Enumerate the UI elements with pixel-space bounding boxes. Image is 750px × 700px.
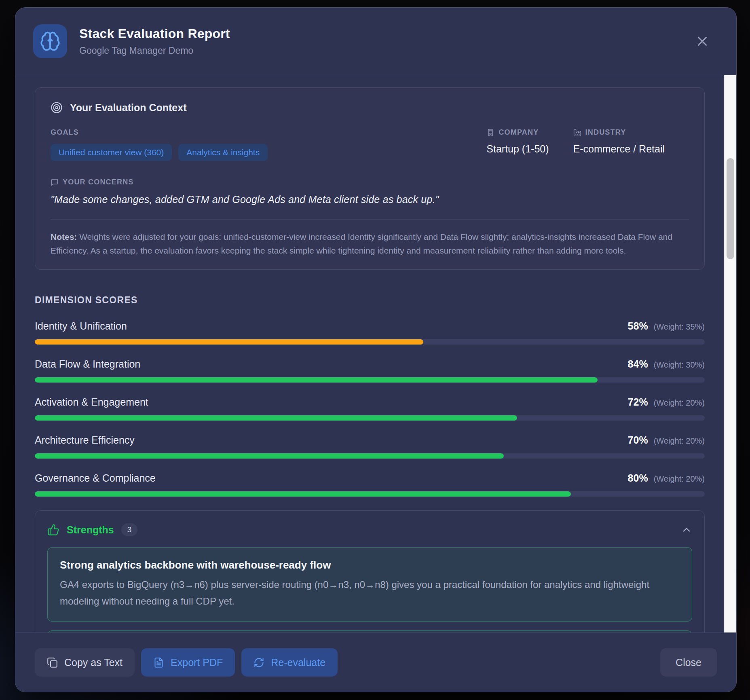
context-title: Your Evaluation Context xyxy=(70,102,186,114)
company-label: COMPANY xyxy=(486,128,549,137)
thumbs-up-icon xyxy=(47,524,59,536)
dimension-row: Governance & Compliance 80% (Weight: 20%… xyxy=(35,472,705,497)
dimension-label: Identity & Unification xyxy=(35,320,628,332)
company-block: COMPANY Startup (1-50) xyxy=(486,128,549,161)
score-bar-track xyxy=(35,453,705,459)
goal-pill: Analytics & insights xyxy=(178,144,268,161)
dimension-scores-heading: DIMENSION SCORES xyxy=(35,295,705,306)
dimension-score: 80% xyxy=(628,472,648,484)
scrollbar-track xyxy=(724,75,736,632)
score-bar-fill xyxy=(35,377,598,383)
chevron-up-icon[interactable] xyxy=(681,524,692,535)
dimension-weight: (Weight: 20%) xyxy=(654,436,705,446)
scrollbar-thumb[interactable] xyxy=(727,158,734,259)
dimension-weight: (Weight: 30%) xyxy=(654,360,705,370)
dimension-label: Activation & Engagement xyxy=(35,396,628,408)
dimension-row: Data Flow & Integration 84% (Weight: 30%… xyxy=(35,358,705,383)
context-notes: Notes: Weights were adjusted for your go… xyxy=(51,230,689,257)
message-square-icon xyxy=(51,178,59,186)
dimension-score: 72% xyxy=(628,396,648,408)
close-label: Close xyxy=(676,657,701,668)
dimension-weight: (Weight: 20%) xyxy=(654,474,705,484)
strengths-title: Strengths xyxy=(67,524,114,536)
re-evaluate-label: Re-evaluate xyxy=(271,657,325,668)
strength-card-partial xyxy=(47,630,692,632)
score-bar-fill xyxy=(35,491,571,497)
dimension-row: Identity & Unification 58% (Weight: 35%) xyxy=(35,320,705,345)
score-bar-fill xyxy=(35,415,517,421)
report-body: Your Evaluation Context GOALS Unified cu… xyxy=(15,75,736,632)
divider xyxy=(51,219,689,220)
header-titles: Stack Evaluation Report Google Tag Manag… xyxy=(79,26,693,56)
close-button[interactable]: Close xyxy=(660,648,717,677)
strength-body: GA4 exports to BigQuery (n3→n6) plus ser… xyxy=(60,576,680,610)
score-bar-track xyxy=(35,339,705,345)
score-bar-track xyxy=(35,377,705,383)
dimension-label: Data Flow & Integration xyxy=(35,358,628,370)
notes-body: Weights were adjusted for your goals: un… xyxy=(51,232,672,255)
concerns-label: YOUR CONCERNS xyxy=(51,178,689,186)
brain-icon xyxy=(33,24,67,58)
score-bar-track xyxy=(35,415,705,421)
goals-block: GOALS Unified customer view (360) Analyt… xyxy=(51,128,486,161)
copy-as-text-button[interactable]: Copy as Text xyxy=(35,648,135,677)
dimension-label: Governance & Compliance xyxy=(35,472,628,484)
building-icon xyxy=(486,129,494,137)
close-icon[interactable] xyxy=(693,32,712,51)
dimension-weight: (Weight: 20%) xyxy=(654,398,705,408)
score-bar-fill xyxy=(35,453,504,459)
refresh-icon xyxy=(254,657,264,668)
concerns-quote: "Made some changes, added GTM and Google… xyxy=(51,194,689,205)
strength-card: Strong analytics backbone with warehouse… xyxy=(47,547,692,622)
dimension-rows: Identity & Unification 58% (Weight: 35%)… xyxy=(35,320,705,497)
re-evaluate-button[interactable]: Re-evaluate xyxy=(241,648,338,677)
industry-block: INDUSTRY E-commerce / Retail xyxy=(573,128,665,161)
strengths-section: Strengths 3 Strong analytics backbone wi… xyxy=(35,510,705,632)
score-bar-fill xyxy=(35,339,423,345)
company-value: Startup (1-50) xyxy=(486,143,549,155)
goals-label: GOALS xyxy=(51,128,486,137)
target-icon xyxy=(51,102,63,114)
copy-icon xyxy=(47,657,58,668)
strengths-count-badge: 3 xyxy=(121,523,138,536)
dimension-score: 58% xyxy=(628,320,648,332)
notes-label: Notes: xyxy=(51,232,77,241)
dimension-score: 70% xyxy=(628,434,648,446)
modal-footer: Copy as Text Export PDF Re-evaluate Clos… xyxy=(15,632,736,692)
stack-evaluation-modal: Stack Evaluation Report Google Tag Manag… xyxy=(15,7,737,692)
evaluation-context-card: Your Evaluation Context GOALS Unified cu… xyxy=(35,87,705,270)
export-pdf-button[interactable]: Export PDF xyxy=(141,648,235,677)
export-pdf-label: Export PDF xyxy=(171,657,223,668)
page-title: Stack Evaluation Report xyxy=(79,26,693,41)
goal-pill: Unified customer view (360) xyxy=(51,144,172,161)
copy-as-text-label: Copy as Text xyxy=(64,657,123,668)
industry-label: INDUSTRY xyxy=(573,128,665,137)
page-subtitle: Google Tag Manager Demo xyxy=(79,45,693,56)
strength-title: Strong analytics backbone with warehouse… xyxy=(60,559,680,571)
dimension-weight: (Weight: 35%) xyxy=(654,322,705,332)
dimension-label: Architecture Efficiency xyxy=(35,434,628,446)
dimension-score: 84% xyxy=(628,358,648,370)
file-text-icon xyxy=(153,657,164,668)
score-bar-track xyxy=(35,491,705,497)
factory-icon xyxy=(573,129,581,137)
industry-value: E-commerce / Retail xyxy=(573,143,665,155)
dimension-row: Architecture Efficiency 70% (Weight: 20%… xyxy=(35,434,705,459)
dimension-row: Activation & Engagement 72% (Weight: 20%… xyxy=(35,396,705,421)
modal-header: Stack Evaluation Report Google Tag Manag… xyxy=(15,8,736,75)
